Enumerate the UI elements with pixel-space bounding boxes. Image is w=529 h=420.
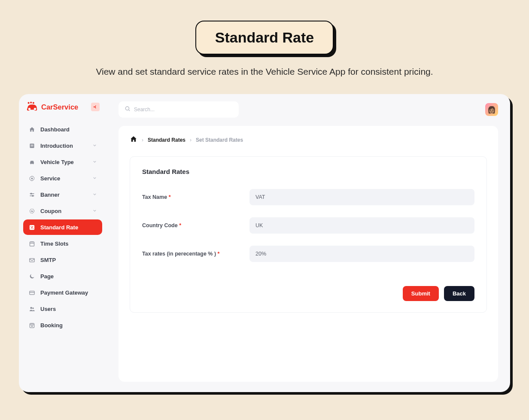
sidebar-item-standard-rate[interactable]: Standard Rate (23, 219, 102, 235)
calendar2-icon (28, 322, 35, 329)
calendar-icon (28, 240, 35, 247)
sidebar-item-time-slots[interactable]: Time Slots (23, 236, 102, 251)
sidebar-item-banner[interactable]: Banner (23, 187, 102, 202)
search-input[interactable] (134, 107, 233, 113)
brand-name: CarService (41, 103, 78, 111)
book-icon (28, 142, 35, 149)
svg-rect-19 (29, 258, 34, 262)
svg-point-4 (34, 108, 36, 110)
svg-point-3 (28, 108, 31, 110)
tax-name-label: Tax Name * (142, 194, 249, 200)
form-row-tax-name: Tax Name * (142, 189, 474, 205)
brand: CarService (23, 101, 102, 118)
card-icon (28, 289, 35, 296)
country-code-input[interactable] (249, 217, 474, 234)
sidebar-collapse-button[interactable] (91, 103, 100, 111)
tax-name-input[interactable] (249, 189, 474, 205)
svg-point-22 (32, 307, 34, 309)
svg-point-8 (30, 163, 31, 164)
hero-subtitle: View and set standard service rates in t… (19, 67, 510, 77)
sidebar-item-label: Time Slots (40, 240, 69, 247)
svg-point-21 (30, 307, 32, 308)
moon-icon (28, 273, 35, 280)
car-icon (28, 158, 35, 165)
hero-title: Standard Rate (195, 21, 334, 55)
sidebar-item-coupon[interactable]: %Coupon (23, 203, 102, 219)
svg-rect-6 (30, 145, 33, 145)
svg-point-1 (30, 102, 32, 103)
chevron-down-icon (92, 175, 97, 182)
sliders-icon (28, 191, 35, 198)
svg-point-16 (30, 226, 31, 227)
sidebar-item-label: Vehicle Type (40, 159, 74, 165)
svg-point-9 (32, 163, 33, 164)
sidebar-item-page[interactable]: Page (23, 268, 102, 284)
gear-icon (28, 175, 35, 182)
country-code-label: Country Code * (142, 222, 249, 228)
app-window: CarService DashboardIntroductionVehicle … (19, 94, 510, 392)
sidebar-item-label: SMTP (40, 257, 56, 263)
brand-logo-icon (26, 101, 39, 113)
sidebar-item-dashboard[interactable]: Dashboard (23, 122, 102, 137)
form-card: Standard Rates Tax Name * Country Code * (130, 156, 487, 313)
breadcrumb: › Standard Rates › Set Standard Rates (130, 135, 487, 144)
users-icon (28, 305, 35, 312)
sidebar-item-label: Dashboard (40, 126, 70, 133)
sidebar-item-label: Page (40, 273, 54, 280)
svg-point-24 (31, 326, 32, 326)
breadcrumb-level1[interactable]: Standard Rates (148, 137, 185, 143)
sidebar-item-label: Users (40, 306, 56, 312)
sidebar-item-introduction[interactable]: Introduction (23, 138, 102, 153)
main-area: 👩🏽 › Standard Rates › Set Standard Rates… (106, 94, 510, 392)
form-title: Standard Rates (142, 168, 474, 175)
sidebar-item-payment-gateway[interactable]: Payment Gateway (23, 285, 102, 300)
breadcrumb-level2: Set Standard Rates (196, 137, 243, 143)
chevron-down-icon (92, 143, 97, 149)
sidebar-item-label: Introduction (40, 143, 73, 149)
form-row-country-code: Country Code * (142, 217, 474, 234)
search-box[interactable] (119, 101, 239, 118)
svg-point-12 (32, 195, 33, 196)
chevron-right-icon: › (142, 137, 143, 143)
chevron-right-icon: › (190, 137, 192, 143)
topbar: 👩🏽 (119, 101, 498, 118)
content-card: › Standard Rates › Set Standard Rates St… (119, 126, 498, 382)
chevron-down-icon (92, 192, 97, 198)
svg-rect-18 (30, 242, 34, 246)
sidebar-item-label: Booking (40, 322, 63, 329)
tax-rate-input[interactable] (249, 246, 474, 262)
form-row-tax-rate: Tax rates (in perecentage % ) * (142, 246, 474, 262)
svg-point-25 (125, 107, 129, 110)
sidebar-item-service[interactable]: Service (23, 170, 102, 186)
back-button[interactable]: Back (444, 286, 474, 301)
form-actions: Submit Back (142, 286, 474, 301)
svg-rect-7 (30, 146, 33, 146)
sidebar-item-label: Service (40, 175, 60, 182)
svg-point-0 (28, 102, 30, 104)
svg-point-2 (33, 102, 34, 104)
sidebar-item-users[interactable]: Users (23, 301, 102, 317)
chevron-down-icon (92, 208, 97, 214)
sidebar-item-label: Coupon (40, 208, 61, 214)
svg-text:%: % (30, 210, 33, 213)
chevron-down-icon (92, 159, 97, 165)
svg-point-11 (30, 193, 32, 194)
avatar[interactable]: 👩🏽 (485, 103, 498, 116)
home-icon (28, 126, 35, 133)
tax-rate-label: Tax rates (in perecentage % ) * (142, 251, 249, 257)
svg-rect-20 (29, 291, 34, 294)
sidebar-item-label: Banner (40, 192, 60, 198)
ticket-icon: % (28, 207, 35, 214)
sidebar-nav: DashboardIntroductionVehicle TypeService… (23, 122, 102, 333)
sidebar-item-smtp[interactable]: SMTP (23, 252, 102, 268)
svg-point-10 (31, 177, 33, 179)
mail-icon (28, 256, 35, 263)
sidebar-item-vehicle-type[interactable]: Vehicle Type (23, 154, 102, 170)
percent-icon (28, 224, 35, 231)
submit-button[interactable]: Submit (403, 286, 439, 301)
sidebar-item-label: Payment Gateway (40, 289, 88, 296)
home-icon[interactable] (130, 135, 137, 144)
sidebar-item-booking[interactable]: Booking (23, 317, 102, 333)
search-icon (125, 106, 131, 113)
sidebar: CarService DashboardIntroductionVehicle … (19, 94, 106, 392)
